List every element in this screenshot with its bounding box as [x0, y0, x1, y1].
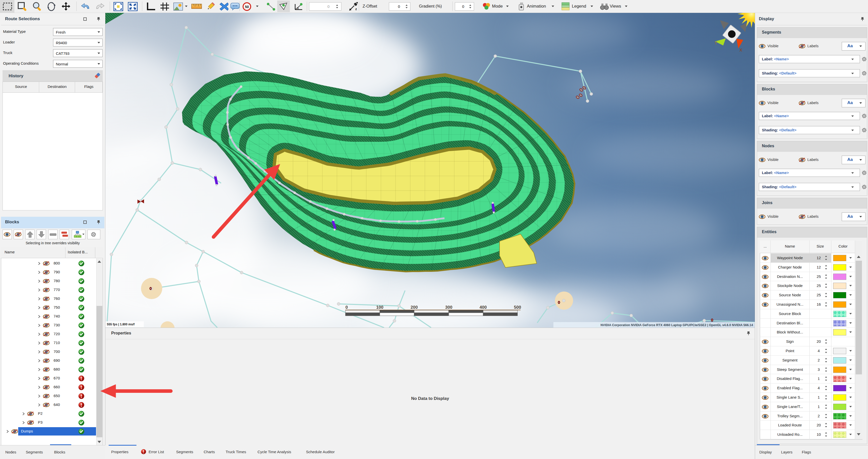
svg-text:500: 500	[514, 305, 521, 310]
svg-text:0: 0	[345, 305, 348, 310]
svg-text:200: 200	[411, 305, 418, 310]
svg-text:50: 50	[245, 5, 249, 9]
svg-text:Y: Y	[714, 41, 717, 45]
svg-text:NVIDIA Corporation NVIDIA GeFo: NVIDIA Corporation NVIDIA GeForce RTX 40…	[601, 323, 753, 327]
svg-text:z: z	[355, 7, 357, 11]
svg-text:100: 100	[376, 305, 383, 310]
svg-text:555 fps | 1.800 ms/f: 555 fps | 1.800 ms/f	[107, 323, 135, 326]
svg-text:300: 300	[445, 305, 452, 310]
svg-text:X: X	[739, 48, 742, 53]
svg-text:400: 400	[479, 305, 487, 310]
svg-text:x: x	[297, 7, 299, 10]
